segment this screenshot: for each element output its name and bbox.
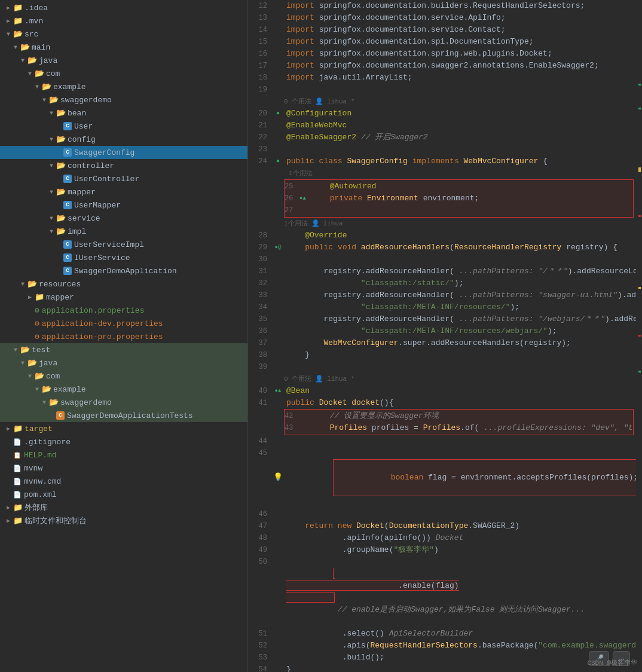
tree-item-test-java[interactable]: ▼ 📂 java (0, 356, 247, 369)
code-line-43: 43 Profiles profiles = Profiles.of( ...p… (285, 422, 633, 434)
folder-icon-external-libs: 📁 (13, 503, 23, 512)
gutter-48 (272, 532, 284, 544)
line-content-46 (284, 508, 636, 520)
tree-item-usercontroller[interactable]: ▶ C UserController (0, 172, 247, 185)
folder-icon-test-com: 📂 (35, 371, 44, 381)
scroll-marker-red2 (638, 335, 641, 337)
highlight-inline-45: boolean flag = environment.acceptsProfil… (333, 459, 636, 496)
props-icon-dev: ⚙ (35, 319, 39, 328)
tree-item-pomxml[interactable]: ▶ 📄 pom.xml (0, 488, 247, 501)
tree-item-src[interactable]: ▼ 📂 src (0, 28, 247, 41)
line-content-43: Profiles profiles = Profiles.of( ...prof… (308, 422, 633, 434)
code-line-22: 22 @EnableSwagger2 // 开启Swagger2 (248, 132, 636, 143)
tree-item-mvnwcmd[interactable]: ▶ 📄 mvnw.cmd (0, 475, 247, 488)
scroll-marker-green1 (638, 84, 641, 85)
arrow-controller: ▼ (48, 162, 55, 169)
tree-item-main[interactable]: ▼ 📂 main (0, 41, 247, 54)
tree-item-swaggerdemoapp[interactable]: ▶ C SwaggerDemoApplication (0, 264, 247, 277)
tree-item-idea[interactable]: ▶ 📁 .idea (0, 1, 247, 14)
tree-item-java[interactable]: ▼ 📂 java (0, 54, 247, 67)
line-content-16: import springfox.documentation.spring.we… (284, 48, 636, 60)
tree-item-gitignore[interactable]: ▶ 📄 .gitignore (0, 435, 247, 448)
gutter-42 (296, 410, 308, 422)
tree-item-userserviceimpl[interactable]: ▶ C UserServiceImpl (0, 238, 247, 251)
tree-item-swaggerdemotests[interactable]: ▶ C SwaggerDemoApplicationTests (0, 409, 247, 422)
code-editor[interactable]: 12 import springfox.documentation.builde… (248, 0, 636, 672)
folder-icon-test-example: 📂 (42, 384, 51, 394)
tree-item-impl[interactable]: ▼ 📂 impl (0, 225, 247, 238)
tree-item-app-props[interactable]: ▶ ⚙ application.properties (0, 304, 247, 317)
tree-item-iuserservice[interactable]: ▶ C IUserService (0, 251, 247, 264)
tree-item-usermapper[interactable]: ▶ C UserMapper (0, 198, 247, 212)
folder-icon-config: 📂 (56, 135, 66, 144)
line-num-28: 28 (248, 230, 272, 242)
arrow-scratch: ▶ (5, 517, 12, 524)
folder-icon-java: 📂 (27, 56, 37, 65)
tree-item-test-com[interactable]: ▼ 📂 com (0, 369, 247, 383)
tree-item-resources[interactable]: ▼ 📂 resources (0, 277, 247, 291)
tree-label-swaggerdemotests: SwaggerDemoApplicationTests (67, 411, 193, 420)
gutter-50 (272, 556, 284, 628)
tree-label-com: com (46, 69, 60, 78)
class-icon-swaggerdemoapp: C (63, 267, 72, 275)
gutter-41 (272, 397, 284, 409)
line-content-26: private Environment environment; (308, 193, 633, 204)
file-tree[interactable]: ▶ 📁 .idea ▶ 📁 .mvn ▼ 📂 src ▼ 📂 main ▼ 📂 … (0, 0, 248, 672)
arrow-test-com: ▼ (26, 372, 33, 380)
editor-scrollbar[interactable] (636, 0, 642, 672)
tree-item-app-pro[interactable]: ▶ ⚙ application-pro.properties (0, 330, 247, 343)
code-line-32: 32 "classpath:/static/"); (248, 277, 636, 289)
gutter-38 (272, 349, 284, 361)
tree-item-test-swaggerdemo[interactable]: ▼ 📂 swaggerdemo (0, 396, 247, 409)
tree-label-mvnwcmd: mvnw.cmd (24, 477, 61, 486)
class-icon-swaggerdemotests: C (56, 411, 65, 420)
tree-item-test[interactable]: ▼ 📂 test (0, 343, 247, 356)
folder-icon-target: 📁 (13, 424, 23, 433)
code-line-29: 29 ●@ public void addResourceHandlers(Re… (248, 242, 636, 253)
line-num-22: 22 (248, 132, 272, 143)
tree-item-swaggerdemo[interactable]: ▼ 📂 swaggerdemo (0, 93, 247, 106)
tree-item-mapper[interactable]: ▼ 📂 mapper (0, 185, 247, 198)
line-content-24: public class SwaggerConfig implements We… (284, 155, 636, 167)
props-icon-pro: ⚙ (35, 332, 39, 341)
tree-item-app-dev[interactable]: ▶ ⚙ application-dev.properties (0, 317, 247, 330)
code-line-25: 25 @Autowired (285, 181, 633, 193)
tree-item-external-libs[interactable]: ▶ 📁 外部库 (0, 501, 247, 514)
line-num-33: 33 (248, 289, 272, 301)
folder-icon-bean: 📂 (56, 108, 66, 118)
line-num-45: 45 (248, 447, 272, 508)
tree-item-mvnw[interactable]: ▶ 📄 mvnw (0, 462, 247, 475)
line-content-30 (284, 253, 636, 265)
line-num-46: 46 (248, 508, 272, 520)
line-num-50: 50 (248, 556, 272, 628)
code-line-17: 17 import springfox.documentation.swagge… (248, 60, 636, 72)
line-num-54: 54 (248, 664, 272, 672)
code-line-24: 24 ● public class SwaggerConfig implemen… (248, 155, 636, 167)
tree-item-bean[interactable]: ▼ 📂 bean (0, 106, 247, 120)
tree-item-scratch[interactable]: ▶ 📁 临时文件和控制台 (0, 514, 247, 527)
tree-item-config[interactable]: ▼ 📂 config (0, 133, 247, 146)
gutter-34 (272, 301, 284, 313)
tree-label-config: config (68, 135, 96, 144)
tree-item-example[interactable]: ▼ 📂 example (0, 80, 247, 93)
tree-item-swaggerconfig[interactable]: ▶ C SwaggerConfig (0, 146, 247, 159)
folder-icon-service: 📂 (56, 213, 66, 223)
line-content-35: registry.addResourceHandler( ...pathPatt… (284, 313, 636, 325)
tree-item-com[interactable]: ▼ 📂 com (0, 67, 247, 80)
tree-item-mapper-res[interactable]: ▶ 📁 mapper (0, 291, 247, 304)
tree-item-controller[interactable]: ▼ 📂 controller (0, 159, 247, 172)
line-num-13: 13 (248, 12, 272, 24)
tree-item-target[interactable]: ▶ 📁 target (0, 422, 247, 435)
tree-label-mapper-res: mapper (46, 293, 74, 302)
tree-item-user[interactable]: ▶ C User (0, 120, 247, 133)
folder-icon-example: 📂 (42, 82, 51, 91)
tree-label-app-pro: application-pro.properties (42, 332, 163, 341)
line-content-40: @Bean (284, 385, 636, 397)
code-line-27: 27 (285, 204, 633, 216)
tree-item-service[interactable]: ▼ 📂 service (0, 212, 247, 225)
meta-author-40pre: lihua * (327, 374, 354, 384)
tree-item-test-example[interactable]: ▼ 📂 example (0, 383, 247, 396)
tree-item-helpmd[interactable]: ▶ 📋 HELP.md (0, 448, 247, 462)
tree-item-mvn[interactable]: ▶ 📁 .mvn (0, 14, 247, 28)
line-content-21: @EnableWebMvc (284, 120, 636, 132)
